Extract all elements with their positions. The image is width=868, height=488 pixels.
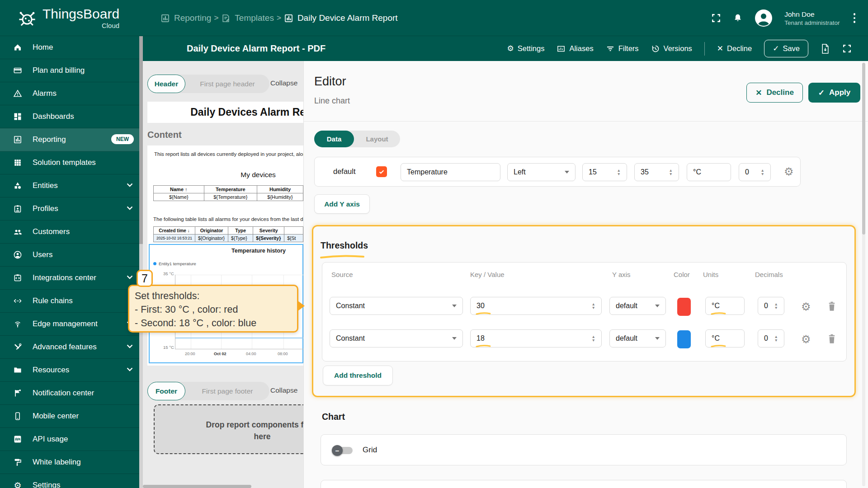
tab-layout[interactable]: Layout bbox=[354, 131, 400, 147]
vertical-scrollbar[interactable] bbox=[139, 36, 143, 488]
breadcrumb-item-templates[interactable]: Templates bbox=[221, 13, 274, 23]
widget-editor-panel: Editor Line chart ✕ Decline ✓ Apply Data… bbox=[303, 61, 868, 488]
y-axis-position-select[interactable]: Left bbox=[507, 163, 576, 181]
filters-button[interactable]: Filters bbox=[606, 44, 639, 53]
threshold-value-field[interactable]: 30 ▲▼ bbox=[470, 297, 602, 315]
sidebar-item-dashboards[interactable]: Dashboards bbox=[0, 105, 139, 128]
marker-underline bbox=[476, 312, 491, 315]
breadcrumb-item-report[interactable]: Daily Device Alarm Report bbox=[284, 13, 398, 23]
y-axis-min-field[interactable]: 15▲▼ bbox=[582, 163, 627, 181]
export-document-icon[interactable] bbox=[821, 43, 830, 54]
badge-icon bbox=[13, 204, 23, 214]
decline-button[interactable]: ✕ Decline bbox=[746, 83, 803, 103]
fullscreen-icon[interactable] bbox=[711, 13, 721, 23]
threshold-color-swatch-red[interactable] bbox=[677, 298, 691, 316]
sidebar-item-resources[interactable]: Resources bbox=[0, 359, 139, 382]
threshold-delete-trash-icon[interactable] bbox=[826, 333, 837, 345]
sidebar-item-reporting[interactable]: Reporting NEW bbox=[0, 128, 139, 151]
more-menu-icon[interactable] bbox=[852, 11, 858, 25]
editor-subtitle: Line chart bbox=[314, 96, 350, 106]
avatar[interactable] bbox=[755, 9, 773, 27]
y-axis-settings-gear-icon[interactable]: ⚙ bbox=[784, 165, 794, 178]
y-axis-enabled-checkbox[interactable] bbox=[376, 166, 387, 177]
threshold-yaxis-select[interactable]: default bbox=[609, 329, 666, 347]
sidebar-item-mobile-center[interactable]: Mobile center bbox=[0, 405, 139, 428]
alarms-col-originator: Originator bbox=[195, 227, 228, 235]
threshold-decimals-field[interactable]: 0▲▼ bbox=[758, 329, 784, 347]
threshold-settings-gear-icon[interactable]: ⚙ bbox=[801, 300, 811, 313]
aliases-button[interactable]: Aliases bbox=[557, 44, 593, 53]
y-axis-max-field[interactable]: 35▲▼ bbox=[634, 163, 679, 181]
user-info[interactable]: John Doe Tenant administrator bbox=[784, 10, 840, 26]
alarms-col-severity: Severity bbox=[253, 227, 284, 235]
sidebar-item-api-usage[interactable]: API usage bbox=[0, 428, 139, 451]
threshold-decimals-field[interactable]: 0▲▼ bbox=[758, 297, 784, 315]
sidebar-item-customers[interactable]: Customers bbox=[0, 221, 139, 244]
sidebar-item-alarms[interactable]: Alarms bbox=[0, 82, 139, 105]
report-header-band[interactable]: Daily Devices Alarm Report bbox=[147, 102, 303, 123]
threshold-source-select[interactable]: Constant bbox=[330, 329, 463, 347]
sidebar-item-settings[interactable]: ⚙ Settings bbox=[0, 474, 139, 488]
tab-header[interactable]: Header bbox=[147, 75, 185, 93]
sidebar-item-rule-chains[interactable]: Rule chains bbox=[0, 290, 139, 313]
sidebar-item-notification-center[interactable]: Notification center bbox=[0, 382, 139, 405]
stepper-icon[interactable]: ▲▼ bbox=[774, 302, 778, 310]
threshold-color-swatch-blue[interactable] bbox=[677, 330, 691, 348]
apply-button[interactable]: ✓ Apply bbox=[808, 83, 860, 103]
notifications-bell-icon[interactable] bbox=[733, 13, 743, 23]
add-threshold-button[interactable]: Add threshold bbox=[323, 366, 393, 385]
y-axis-decimals-field[interactable]: 0▲▼ bbox=[739, 163, 771, 181]
stepper-icon[interactable]: ▲▼ bbox=[592, 302, 595, 310]
threshold-value-field[interactable]: 18 ▲▼ bbox=[470, 329, 602, 347]
collapse-header-button[interactable]: Collapse bbox=[270, 79, 297, 87]
stepper-icon[interactable]: ▲▼ bbox=[761, 169, 764, 176]
add-y-axis-button[interactable]: Add Y axis bbox=[314, 194, 370, 214]
stepper-icon[interactable]: ▲▼ bbox=[617, 169, 621, 176]
settings-button[interactable]: ⚙ Settings bbox=[507, 44, 545, 53]
versions-button[interactable]: Versions bbox=[651, 44, 692, 53]
save-button[interactable]: ✓ Save bbox=[764, 40, 808, 57]
sidebar-item-advanced-features[interactable]: Advanced features bbox=[0, 336, 139, 359]
scrollbar-thumb[interactable] bbox=[139, 36, 143, 244]
chart-legend[interactable]: Entity1 temperature bbox=[153, 261, 196, 266]
brand-logo[interactable]: ThingsBoard Cloud bbox=[15, 7, 119, 29]
threshold-settings-gear-icon[interactable]: ⚙ bbox=[801, 333, 811, 346]
sidebar-item-integrations-center[interactable]: Integrations center bbox=[0, 267, 139, 290]
sort-asc-icon[interactable]: ↑ bbox=[185, 187, 188, 192]
sidebar-item-entities[interactable]: Entities bbox=[0, 174, 139, 197]
grid-toggle-knob[interactable]: − bbox=[332, 445, 343, 456]
sidebar-item-users[interactable]: Users bbox=[0, 244, 139, 267]
threshold-units-field[interactable]: °C bbox=[705, 329, 745, 347]
tab-data[interactable]: Data bbox=[314, 131, 354, 147]
sidebar-item-solution-templates[interactable]: Solution templates bbox=[0, 151, 139, 174]
tab-first-page-footer[interactable]: First page footer bbox=[189, 382, 266, 400]
sidebar-item-profiles[interactable]: Profiles bbox=[0, 197, 139, 221]
data-layout-toggle: Data Layout bbox=[314, 131, 400, 147]
horizontal-scrollbar[interactable] bbox=[143, 485, 251, 488]
tab-footer[interactable]: Footer bbox=[147, 382, 185, 400]
caret-down-icon bbox=[452, 305, 457, 307]
footer-drop-zone[interactable]: Drop report components from here bbox=[154, 404, 303, 454]
threshold-delete-trash-icon[interactable] bbox=[826, 300, 837, 312]
threshold-units-field[interactable]: °C bbox=[705, 297, 745, 315]
collapse-footer-button[interactable]: Collapse bbox=[270, 386, 297, 394]
y-axis-units-field[interactable]: °C bbox=[687, 163, 731, 181]
chart-gridline bbox=[175, 275, 303, 275]
stepper-icon[interactable]: ▲▼ bbox=[592, 335, 595, 342]
decline-toolbar-button[interactable]: ✕ Decline bbox=[717, 44, 752, 53]
editor-scrollbar[interactable] bbox=[862, 63, 865, 486]
threshold-yaxis-select[interactable]: default bbox=[609, 297, 666, 315]
tab-first-page-header[interactable]: First page header bbox=[189, 75, 266, 93]
stepper-icon[interactable]: ▲▼ bbox=[774, 335, 778, 342]
threshold-source-select[interactable]: Constant bbox=[330, 297, 463, 315]
sidebar-item-white-labeling[interactable]: White labeling bbox=[0, 451, 139, 474]
sidebar-item-plan-and-billing[interactable]: Plan and billing bbox=[0, 59, 139, 82]
scrollbar-thumb[interactable] bbox=[862, 63, 865, 235]
y-axis-key-field[interactable]: Temperature bbox=[401, 163, 500, 181]
sidebar-item-home[interactable]: Home bbox=[0, 36, 139, 59]
stepper-icon[interactable]: ▲▼ bbox=[669, 169, 673, 176]
sidebar-item-edge-management[interactable]: Edge management bbox=[0, 313, 139, 336]
breadcrumb-item-reporting[interactable]: Reporting bbox=[160, 13, 211, 23]
expand-fullscreen-icon[interactable] bbox=[842, 44, 852, 53]
sort-desc-icon[interactable]: ↓ bbox=[188, 228, 190, 233]
